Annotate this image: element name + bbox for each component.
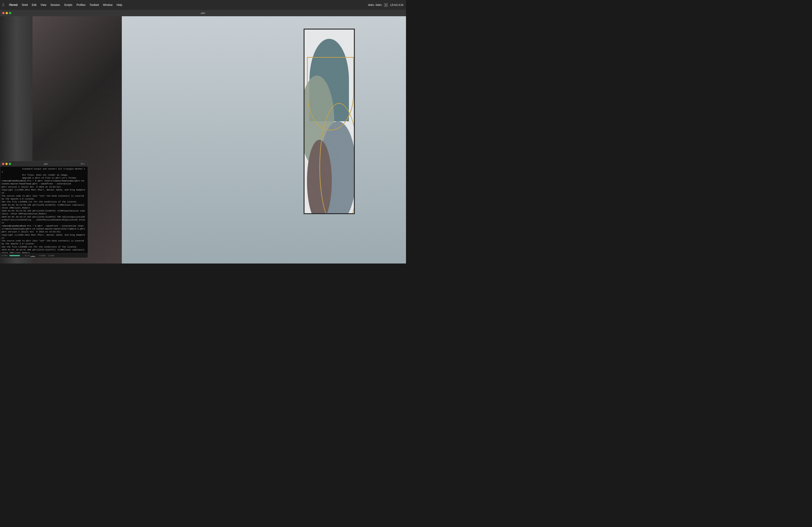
memory-bar-fill bbox=[9, 255, 20, 256]
network-monitor: 0kB/s 0kB/s bbox=[368, 4, 382, 6]
minimize-button[interactable] bbox=[6, 12, 8, 14]
menu-toolbelt[interactable]: Toolbelt bbox=[89, 3, 99, 6]
term-line-8: See the file LICENSE.txt for the conditi… bbox=[2, 200, 86, 203]
menu-scripts[interactable]: Scripts bbox=[64, 3, 72, 6]
menu-window[interactable]: Window bbox=[103, 3, 113, 6]
network-down-value: 0.0 kB↓ bbox=[39, 255, 46, 257]
term-close-button[interactable] bbox=[2, 163, 4, 165]
network-down-label: 0kB/s bbox=[376, 4, 382, 6]
menubar:  iTerm2 Shell Edit View Session Scripts… bbox=[0, 0, 406, 10]
menu-view[interactable]: View bbox=[41, 3, 46, 6]
traffic-lights bbox=[2, 12, 11, 14]
scene-wall-light bbox=[122, 16, 406, 264]
artwork-canvas bbox=[304, 30, 354, 213]
term-line-12: remooo@remoMateBook-Pro ~ % pbrt --wavef… bbox=[2, 225, 86, 230]
memory-value: 8.1 G bbox=[25, 255, 30, 257]
clock: 1月4日 8:30 bbox=[390, 3, 403, 7]
term-line-9: 2025-01-04 20:24:53.336 pbrt[1329:311987… bbox=[2, 204, 86, 210]
artwork-frame bbox=[304, 29, 355, 214]
maximize-button[interactable] bbox=[9, 12, 11, 14]
render-window-title: pbrt bbox=[201, 12, 205, 14]
menu-iterm2[interactable]: iTerm2 bbox=[9, 3, 18, 6]
term-line-5: pbrt version 4 (built Oct 8 2024 at 15:0… bbox=[2, 185, 86, 189]
render-titlebar: pbrt bbox=[0, 10, 406, 16]
network-up-label: 0kB/s bbox=[368, 4, 374, 6]
memory-status: 8.1 G ▂▃▂ bbox=[25, 255, 35, 257]
status-dot: ● bbox=[2, 255, 3, 257]
menu-profiles[interactable]: Profiles bbox=[76, 3, 86, 6]
terminal-badge: ⌘E1 bbox=[81, 163, 86, 165]
terminal-title: pbrt bbox=[12, 163, 79, 165]
close-button[interactable] bbox=[2, 12, 4, 14]
term-line-16: See the file LICENSE.txt for the conditi… bbox=[2, 245, 86, 249]
term-line-4: remooo@remoMateBook-Pro ~ % pbrt /Users/… bbox=[2, 179, 86, 185]
term-line-15: The source code to pbrt (but *not* the b… bbox=[2, 239, 86, 245]
term-line-10: 2025-01-04 20:24:53.336 pbrt[1329:311987… bbox=[2, 209, 86, 215]
time-display: 1月4日 8:30 bbox=[390, 3, 403, 7]
term-line-17: 2025-01-04 20:28:07.908 pbrt[2215:312474… bbox=[2, 249, 86, 253]
menu-shell[interactable]: Shell bbox=[21, 3, 28, 6]
menu-session[interactable]: Session bbox=[50, 3, 60, 6]
network-up-status: 1.0 kB↑ bbox=[48, 255, 55, 257]
apple-menu-icon[interactable]:  bbox=[3, 3, 4, 7]
status-percent: 93% bbox=[3, 255, 8, 257]
memory-graph: ▂▃▂ bbox=[30, 255, 35, 257]
term-minimize-button[interactable] bbox=[5, 163, 8, 165]
status-indicator: ● 93% bbox=[2, 255, 8, 257]
term-line-6: Copyright (c)1998-2021 Matt Pharr, Wenze… bbox=[2, 189, 86, 195]
memory-bar-container bbox=[9, 255, 20, 256]
terminal-body[interactable]: standard output and convert all triangle… bbox=[0, 167, 88, 253]
term-line-3: Upgrade a pbrt-v3 file to pbrt-v4's form… bbox=[2, 177, 86, 179]
menubar-right: 0kB/s 0kB/s A 1月4日 8:30 bbox=[368, 3, 403, 7]
term-maximize-button[interactable] bbox=[9, 163, 11, 165]
terminal-statusbar: ● 93% | 8.1 G ▂▃▂ | 0.0 kB↓ 1.0 kB↑ bbox=[0, 253, 88, 258]
network-up-value: 1.0 kB↑ bbox=[48, 255, 55, 257]
term-line-14: Copyright (c)1998-2021 Matt Pharr, Wenze… bbox=[2, 234, 86, 240]
main-area: pbrt bbox=[0, 10, 406, 264]
menu-edit[interactable]: Edit bbox=[32, 3, 37, 6]
term-line-7: The source code to pbrt (but *not* the b… bbox=[2, 195, 86, 201]
term-line-2: PLY files. Does not render an image. bbox=[2, 174, 86, 177]
network-down-status: 0.0 kB↓ bbox=[39, 255, 46, 257]
term-line-11: 2025-01-04 20:25:27.632 pbrt[1329:311987… bbox=[2, 215, 86, 225]
input-mode-indicator: A bbox=[384, 3, 388, 7]
terminal-titlebar: pbrt ⌘E1 bbox=[0, 161, 88, 167]
terminal-window: pbrt ⌘E1 standard output and convert all… bbox=[0, 161, 88, 258]
term-line-1: standard output and convert all triangle… bbox=[2, 167, 86, 174]
term-line-13: pbrt version 4 (built Oct 8 2024 at 15:0… bbox=[2, 230, 86, 233]
menu-help[interactable]: Help bbox=[117, 3, 122, 6]
